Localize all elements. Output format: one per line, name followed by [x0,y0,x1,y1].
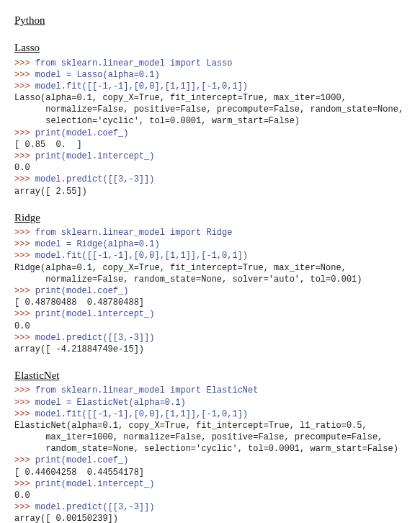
repl-output: 0.0 [14,321,30,331]
code-line: >>> print(model.intercept_) [14,308,406,320]
repl-input: from sklearn.linear_model import Elastic… [35,385,259,395]
repl-input: print(model.coef_) [35,128,129,138]
code-line: >>> print(model.coef_) [14,285,406,297]
repl-input: model = ElasticNet(alpha=0.1) [35,398,186,408]
code-line: [ 0.85 0. ] [14,139,406,151]
code-line: >>> print(model.coef_) [14,455,406,466]
code-line: array([ 2.55]) [14,186,406,197]
code-line: >>> model.fit([[-1,-1],[0,0],[1,1]],[-1,… [14,408,406,420]
repl-output: normalize=False, positive=False, precomp… [14,104,403,115]
code-line: 0.0 [14,321,406,332]
repl-prompt: >>> [14,239,35,249]
repl-prompt: >>> [14,409,35,419]
code-line: >>> from sklearn.linear_model import Rid… [14,227,406,238]
repl-input: model = Lasso(alpha=0.1) [35,70,160,80]
repl-prompt: >>> [14,81,35,91]
repl-input: model.predict([[3,-3]]) [35,174,155,184]
repl-output: ElasticNet(alpha=0.1, copy_X=True, fit_i… [14,421,367,431]
code-block: >>> from sklearn.linear_model import Rid… [14,227,406,355]
repl-input: model.fit([[-1,-1],[0,0],[1,1]],[-1,0,1]… [35,409,248,419]
repl-output: [ 0.44604258 0.44554178] [14,468,144,478]
code-line: array([ -4.21884749e-15]) [14,344,406,355]
code-line: [ 0.44604258 0.44554178] [14,467,406,478]
code-line: random_state=None, selection='cyclic', t… [14,443,406,455]
repl-output: Ridge(alpha=0.1, copy_X=True, fit_interc… [14,263,347,273]
code-line: >>> from sklearn.linear_model import Ela… [14,385,406,396]
repl-input: model.fit([[-1,-1],[0,0],[1,1]],[-1,0,1]… [35,81,248,91]
repl-input: print(model.intercept_) [35,479,155,489]
repl-output: selection='cyclic', tol=0.0001, warm_sta… [14,116,300,126]
repl-output: 0.0 [14,491,30,501]
repl-output: [ 0.85 0. ] [14,140,82,150]
repl-input: model.predict([[3,-3]]) [35,502,155,512]
repl-prompt: >>> [14,286,35,296]
code-line: Lasso(alpha=0.1, copy_X=True, fit_interc… [14,92,406,104]
repl-prompt: >>> [14,385,35,395]
repl-output: normalize=False, random_state=None, solv… [14,274,362,285]
repl-output: array([ 0.00150239]) [14,514,118,523]
repl-output: random_state=None, selection='cyclic', t… [14,444,398,454]
repl-input: from sklearn.linear_model import Lasso [35,58,233,68]
code-line: >>> model = ElasticNet(alpha=0.1) [14,397,406,408]
repl-input: print(model.coef_) [35,455,129,465]
repl-prompt: >>> [14,58,35,68]
repl-input: model = Ridge(alpha=0.1) [35,239,160,249]
code-line: >>> model.predict([[3,-3]]) [14,501,406,513]
code-line: max_iter=1000, normalize=False, positive… [14,432,406,443]
code-line: 0.0 [14,490,406,501]
repl-output: Lasso(alpha=0.1, copy_X=True, fit_interc… [14,93,347,103]
repl-input: print(model.intercept_) [35,151,155,161]
code-block: >>> from sklearn.linear_model import Ela… [14,385,406,523]
repl-input: from sklearn.linear_model import Ridge [35,228,233,238]
code-line: array([ 0.00150239]) [14,513,406,523]
repl-output: array([ -4.21884749e-15]) [14,344,144,354]
code-line: 0.0 [14,162,406,174]
repl-prompt: >>> [14,228,35,238]
repl-prompt: >>> [14,251,35,261]
repl-prompt: >>> [14,151,35,161]
code-line: >>> model.predict([[3,-3]]) [14,332,406,344]
code-line: [ 0.48780488 0.48780488] [14,297,406,308]
page-title: Python [14,13,406,27]
repl-prompt: >>> [14,128,35,138]
code-line: >>> model = Ridge(alpha=0.1) [14,238,406,250]
section-title: ElasticNet [14,368,406,383]
code-line: >>> print(model.intercept_) [14,151,406,162]
code-line: normalize=False, random_state=None, solv… [14,274,406,285]
repl-prompt: >>> [14,70,35,80]
code-line: Ridge(alpha=0.1, copy_X=True, fit_interc… [14,262,406,274]
code-line: >>> model = Lasso(alpha=0.1) [14,69,406,81]
code-line: >>> model.fit([[-1,-1],[0,0],[1,1]],[-1,… [14,81,406,92]
repl-prompt: >>> [14,479,35,489]
code-line: >>> print(model.coef_) [14,128,406,139]
section-title: Ridge [14,210,406,225]
repl-prompt: >>> [14,333,35,343]
code-line: selection='cyclic', tol=0.0001, warm_sta… [14,115,406,127]
code-line: >>> from sklearn.linear_model import Las… [14,58,406,69]
repl-input: print(model.intercept_) [35,309,155,319]
repl-output: max_iter=1000, normalize=False, positive… [14,432,383,442]
repl-prompt: >>> [14,502,35,512]
code-line: normalize=False, positive=False, precomp… [14,104,406,115]
code-block: >>> from sklearn.linear_model import Las… [14,58,406,197]
repl-output: array([ 2.55]) [14,187,87,197]
repl-output: 0.0 [14,163,30,173]
repl-prompt: >>> [14,309,35,319]
repl-input: model.fit([[-1,-1],[0,0],[1,1]],[-1,0,1]… [35,251,248,261]
repl-output: [ 0.48780488 0.48780488] [14,298,144,308]
repl-prompt: >>> [14,398,35,408]
code-line: >>> print(model.intercept_) [14,478,406,490]
section-title: Lasso [14,40,406,55]
code-line: >>> model.fit([[-1,-1],[0,0],[1,1]],[-1,… [14,250,406,262]
code-line: ElasticNet(alpha=0.1, copy_X=True, fit_i… [14,420,406,432]
repl-input: model.predict([[3,-3]]) [35,333,155,343]
repl-prompt: >>> [14,455,35,465]
sections-container: Lasso>>> from sklearn.linear_model impor… [14,40,406,523]
repl-prompt: >>> [14,174,35,184]
code-line: >>> model.predict([[3,-3]]) [14,174,406,185]
repl-input: print(model.coef_) [35,286,129,296]
